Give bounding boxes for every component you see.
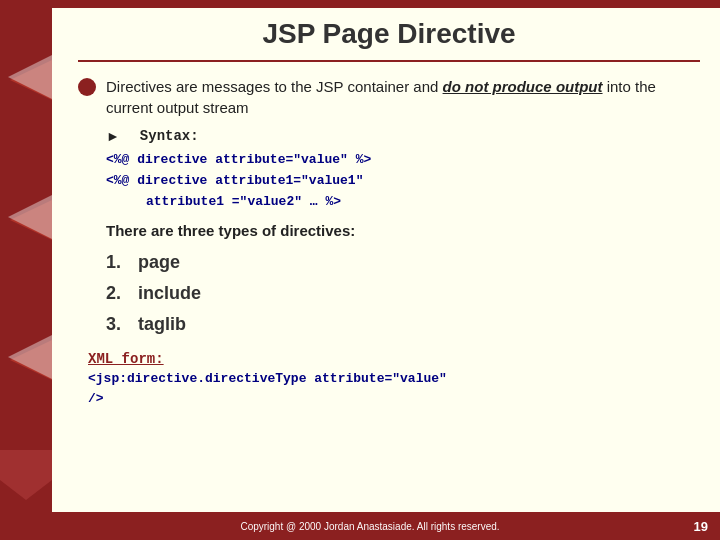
syntax-block: ► Syntax: <%@ directive attribute="value… — [106, 128, 700, 212]
item-num-1: 1. — [106, 247, 126, 278]
xml-label: XML form: — [88, 351, 700, 367]
xml-code-line1: <jsp:directive.directiveType attribute="… — [88, 369, 700, 389]
slide: JSP Page Directive Directives are messag… — [0, 0, 720, 540]
bullet-text-emphasis: do not produce output — [443, 78, 603, 95]
top-bar — [0, 0, 720, 8]
list-item: 1. page — [106, 247, 700, 278]
left-decoration — [0, 0, 58, 540]
item-num-2: 2. — [106, 278, 126, 309]
list-item: 2. include — [106, 278, 700, 309]
syntax-line3: attribute1 ="value2" … %> — [106, 192, 700, 213]
bullet-text: Directives are messages to the JSP conta… — [106, 76, 700, 118]
list-item: 3. taglib — [106, 309, 700, 340]
main-content: JSP Page Directive Directives are messag… — [58, 8, 720, 512]
three-types-header: There are three types of directives: — [106, 222, 700, 239]
bottom-bar: Copyright @ 2000 Jordan Anastasiade. All… — [0, 512, 720, 540]
item-name-1: page — [138, 247, 180, 278]
item-num-3: 3. — [106, 309, 126, 340]
title-divider — [78, 60, 700, 62]
bullet-text-before: Directives are messages to the JSP conta… — [106, 78, 443, 95]
syntax-line1: <%@ directive attribute="value" %> — [106, 150, 700, 171]
type-list: 1. page 2. include 3. taglib — [106, 247, 700, 339]
syntax-line2: <%@ directive attribute1="value1" — [106, 171, 700, 192]
copyright-text: Copyright @ 2000 Jordan Anastasiade. All… — [70, 521, 670, 532]
item-name-2: include — [138, 278, 201, 309]
bullet-section: Directives are messages to the JSP conta… — [78, 76, 700, 118]
bullet-icon — [78, 78, 96, 96]
three-types-section: There are three types of directives: 1. … — [106, 222, 700, 339]
page-number: 19 — [694, 519, 708, 534]
xml-section: XML form: <jsp:directive.directiveType a… — [88, 351, 700, 408]
xml-code-line2: /> — [88, 389, 700, 409]
syntax-header: Syntax: — [140, 128, 199, 144]
item-name-3: taglib — [138, 309, 186, 340]
page-title: JSP Page Directive — [78, 18, 700, 50]
